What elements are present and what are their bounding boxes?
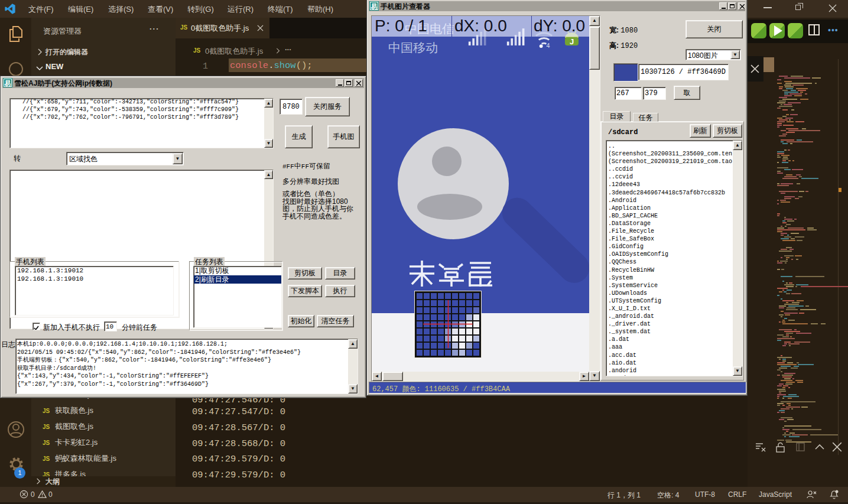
svg-text:J: J bbox=[570, 37, 574, 46]
svg-text:易: 易 bbox=[371, 3, 378, 10]
svg-text:4: 4 bbox=[546, 42, 550, 48]
svg-text:易: 易 bbox=[4, 80, 11, 87]
